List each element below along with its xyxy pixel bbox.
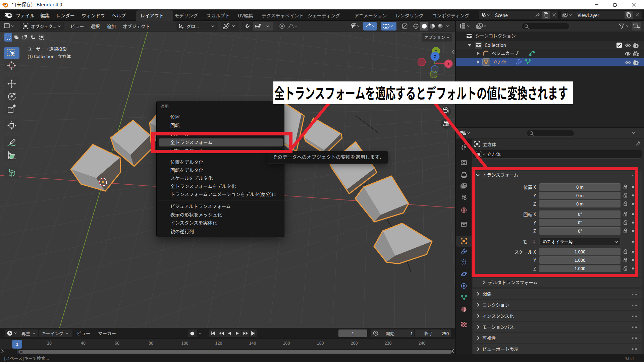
svg-text:Z: Z	[434, 55, 436, 59]
svg-text:X: X	[447, 62, 450, 66]
